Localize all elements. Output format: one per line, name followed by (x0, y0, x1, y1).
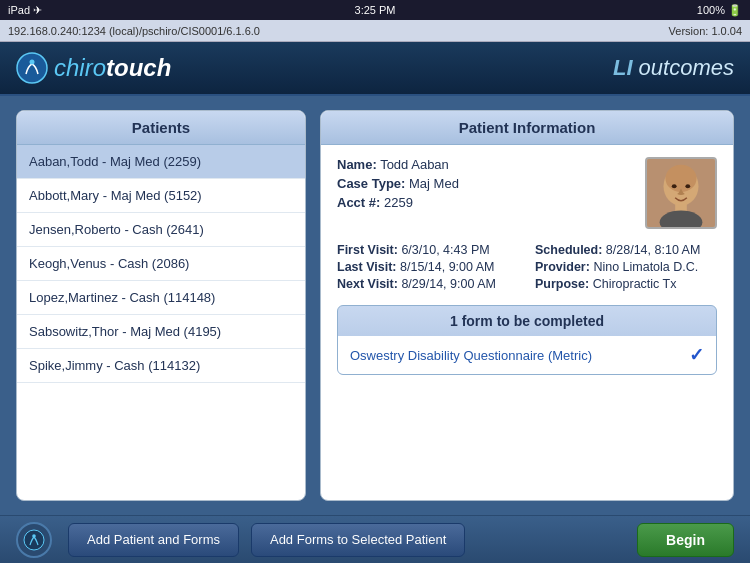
form-link[interactable]: Oswestry Disability Questionnaire (Metri… (350, 348, 592, 363)
acct-line: Acct #: 2259 (337, 195, 459, 210)
acct-label: Acct #: (337, 195, 380, 210)
patient-list-item[interactable]: Keogh,Venus - Cash (2086) (17, 247, 305, 281)
next-visit-line: Next Visit: 8/29/14, 9:00 AM (337, 277, 519, 291)
forms-count-header: 1 form to be completed (338, 306, 716, 336)
add-patient-forms-button[interactable]: Add Patient and Forms (68, 523, 239, 557)
last-visit-value: 8/15/14, 9:00 AM (400, 260, 495, 274)
patient-list-item[interactable]: Spike,Jimmy - Cash (114132) (17, 349, 305, 383)
name-details: Name: Todd Aaban Case Type: Maj Med Acct… (337, 157, 459, 210)
first-visit-value: 6/3/10, 4:43 PM (401, 243, 489, 257)
patient-avatar (647, 158, 715, 228)
name-value: Todd Aaban (380, 157, 449, 172)
app-header: chirotouch LI outcomes (0, 42, 750, 96)
last-visit-line: Last Visit: 8/15/14, 9:00 AM (337, 260, 519, 274)
info-panel: Patient Information Name: Todd Aaban Cas… (320, 110, 734, 501)
patients-list[interactable]: Aaban,Todd - Maj Med (2259)Abbott,Mary -… (17, 145, 305, 500)
svg-point-9 (24, 530, 44, 550)
hand-bottom-icon (23, 529, 45, 551)
forms-section: 1 form to be completed Oswestry Disabili… (337, 305, 717, 375)
next-visit-label: Next Visit: (337, 277, 398, 291)
first-visit-label: First Visit: (337, 243, 398, 257)
hand-icon (16, 52, 48, 84)
patients-panel: Patients Aaban,Todd - Maj Med (2259)Abbo… (16, 110, 306, 501)
patient-list-item[interactable]: Jensen,Roberto - Cash (2641) (17, 213, 305, 247)
ipad-label: iPad ✈ (8, 4, 42, 17)
purpose-line: Purpose: Chiropractic Tx (535, 277, 717, 291)
patient-name-line: Name: Todd Aaban (337, 157, 459, 172)
name-photo-row: Name: Todd Aaban Case Type: Maj Med Acct… (337, 157, 717, 229)
chiro-logo: chirotouch (16, 52, 171, 84)
patient-list-item[interactable]: Lopez,Martinez - Cash (114148) (17, 281, 305, 315)
case-type-line: Case Type: Maj Med (337, 176, 459, 191)
patient-list-item[interactable]: Abbott,Mary - Maj Med (5152) (17, 179, 305, 213)
svg-point-6 (685, 184, 690, 188)
next-visit-value: 8/29/14, 9:00 AM (401, 277, 496, 291)
last-visit-label: Last Visit: (337, 260, 397, 274)
visit-section: First Visit: 6/3/10, 4:43 PM Scheduled: … (337, 243, 717, 291)
case-type-value: Maj Med (409, 176, 459, 191)
add-forms-selected-button[interactable]: Add Forms to Selected Patient (251, 523, 465, 557)
begin-button[interactable]: Begin (637, 523, 734, 557)
purpose-value: Chiropractic Tx (593, 277, 677, 291)
status-bar: iPad ✈ 3:25 PM 100% 🔋 (0, 0, 750, 20)
svg-point-1 (30, 60, 35, 65)
url-text: 192.168.0.240:1234 (local)/pschiro/CIS00… (8, 25, 260, 37)
info-body: Name: Todd Aaban Case Type: Maj Med Acct… (321, 145, 733, 500)
name-label: Name: (337, 157, 377, 172)
outcomes-logo: LI outcomes (613, 55, 734, 81)
purpose-label: Purpose: (535, 277, 589, 291)
svg-point-4 (665, 165, 696, 192)
acct-value: 2259 (384, 195, 413, 210)
logo-text: chirotouch (54, 54, 171, 82)
scheduled-value: 8/28/14, 8:10 AM (606, 243, 701, 257)
provider-line: Provider: Nino Limatola D.C. (535, 260, 717, 274)
version-text: Version: 1.0.04 (669, 25, 742, 37)
case-type-label: Case Type: (337, 176, 405, 191)
battery-status: 100% 🔋 (697, 4, 742, 17)
bottom-left-icon (16, 522, 52, 558)
main-content: Patients Aaban,Todd - Maj Med (2259)Abbo… (0, 96, 750, 515)
time-display: 3:25 PM (355, 4, 396, 16)
forms-list: Oswestry Disability Questionnaire (Metri… (338, 336, 716, 374)
patient-list-item[interactable]: Aaban,Todd - Maj Med (2259) (17, 145, 305, 179)
form-check-icon: ✓ (689, 344, 704, 366)
patient-list-item[interactable]: Sabsowitz,Thor - Maj Med (4195) (17, 315, 305, 349)
svg-point-0 (17, 53, 47, 83)
provider-value: Nino Limatola D.C. (593, 260, 698, 274)
svg-point-5 (672, 184, 677, 188)
provider-label: Provider: (535, 260, 590, 274)
patients-header: Patients (17, 111, 305, 145)
info-panel-header: Patient Information (321, 111, 733, 145)
url-bar: 192.168.0.240:1234 (local)/pschiro/CIS00… (0, 20, 750, 42)
patient-photo (645, 157, 717, 229)
first-visit-line: First Visit: 6/3/10, 4:43 PM (337, 243, 519, 257)
scheduled-line: Scheduled: 8/28/14, 8:10 AM (535, 243, 717, 257)
bottom-bar: Add Patient and Forms Add Forms to Selec… (0, 515, 750, 563)
svg-point-10 (32, 534, 36, 538)
scheduled-label: Scheduled: (535, 243, 602, 257)
